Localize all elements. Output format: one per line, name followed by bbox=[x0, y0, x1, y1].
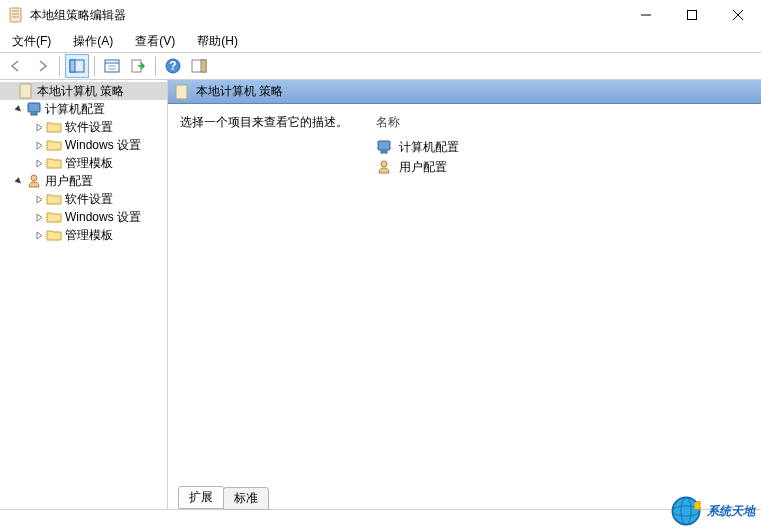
column-header-name[interactable]: 名称 bbox=[376, 114, 749, 131]
maximize-button[interactable] bbox=[669, 0, 715, 30]
detail-title: 本地计算机 策略 bbox=[196, 83, 283, 100]
svg-rect-5 bbox=[688, 11, 697, 20]
computer-icon bbox=[26, 101, 42, 117]
description-area: 选择一个项目来查看它的描述。 bbox=[180, 114, 376, 477]
tree-root[interactable]: 本地计算机 策略 bbox=[0, 82, 167, 100]
folder-icon bbox=[46, 227, 62, 243]
tree-label: 用户配置 bbox=[45, 173, 93, 190]
folder-icon bbox=[46, 119, 62, 135]
svg-rect-25 bbox=[381, 151, 387, 153]
menu-file[interactable]: 文件(F) bbox=[8, 31, 55, 52]
title-bar: 本地组策略编辑器 bbox=[0, 0, 761, 30]
close-button[interactable] bbox=[715, 0, 761, 30]
tree-computer-software[interactable]: 软件设置 bbox=[0, 118, 167, 136]
app-icon bbox=[8, 7, 24, 23]
detail-header: 本地计算机 策略 bbox=[168, 80, 761, 104]
detail-body: 选择一个项目来查看它的描述。 名称 计算机配置 用户配置 bbox=[168, 104, 761, 487]
folder-icon bbox=[46, 191, 62, 207]
svg-rect-0 bbox=[10, 8, 21, 22]
content-area: 本地计算机 策略 计算机配置 软件设置 Windows 设置 管理模板 用户配置 bbox=[0, 80, 761, 510]
show-hide-action-pane-button[interactable] bbox=[187, 54, 211, 78]
tree-label: 计算机配置 bbox=[45, 101, 105, 118]
tree-computer-windows[interactable]: Windows 设置 bbox=[0, 136, 167, 154]
description-hint: 选择一个项目来查看它的描述。 bbox=[180, 115, 348, 129]
toolbar-separator bbox=[59, 56, 60, 76]
svg-point-22 bbox=[31, 175, 37, 181]
svg-point-26 bbox=[381, 161, 387, 167]
forward-button bbox=[30, 54, 54, 78]
expand-icon[interactable] bbox=[32, 123, 46, 132]
svg-rect-24 bbox=[378, 141, 390, 150]
detail-pane: 本地计算机 策略 选择一个项目来查看它的描述。 名称 计算机配置 用户配置 扩展… bbox=[168, 80, 761, 509]
list-item-computer-config[interactable]: 计算机配置 bbox=[376, 137, 749, 157]
tree-label: 本地计算机 策略 bbox=[37, 83, 124, 100]
tree-pane[interactable]: 本地计算机 策略 计算机配置 软件设置 Windows 设置 管理模板 用户配置 bbox=[0, 80, 168, 509]
menu-view[interactable]: 查看(V) bbox=[131, 31, 179, 52]
toolbar: ? bbox=[0, 52, 761, 80]
user-icon bbox=[26, 173, 42, 189]
expand-icon[interactable] bbox=[32, 195, 46, 204]
tree-label: Windows 设置 bbox=[65, 137, 141, 154]
tree-user-config[interactable]: 用户配置 bbox=[0, 172, 167, 190]
tab-standard[interactable]: 标准 bbox=[223, 487, 269, 510]
window-title: 本地组策略编辑器 bbox=[30, 7, 623, 24]
tree-computer-admin[interactable]: 管理模板 bbox=[0, 154, 167, 172]
collapse-icon[interactable] bbox=[12, 105, 26, 114]
tree-label: 管理模板 bbox=[65, 227, 113, 244]
computer-icon bbox=[376, 139, 392, 155]
list-item-label: 计算机配置 bbox=[399, 139, 459, 156]
svg-rect-21 bbox=[31, 113, 37, 115]
tree-label: 软件设置 bbox=[65, 119, 113, 136]
help-button[interactable]: ? bbox=[161, 54, 185, 78]
tree-label: 软件设置 bbox=[65, 191, 113, 208]
list-item-user-config[interactable]: 用户配置 bbox=[376, 157, 749, 177]
svg-rect-23 bbox=[176, 85, 187, 99]
toolbar-separator bbox=[94, 56, 95, 76]
svg-rect-20 bbox=[28, 103, 40, 112]
list-item-label: 用户配置 bbox=[399, 159, 447, 176]
tree-label: 管理模板 bbox=[65, 155, 113, 172]
toolbar-separator bbox=[155, 56, 156, 76]
tree-user-windows[interactable]: Windows 设置 bbox=[0, 208, 167, 226]
menu-action[interactable]: 操作(A) bbox=[69, 31, 117, 52]
watermark: 系统天地 bbox=[669, 494, 755, 528]
show-hide-tree-button[interactable] bbox=[65, 54, 89, 78]
collapse-icon[interactable] bbox=[12, 177, 26, 186]
expand-icon[interactable] bbox=[32, 231, 46, 240]
svg-text:?: ? bbox=[169, 59, 176, 73]
minimize-button[interactable] bbox=[623, 0, 669, 30]
svg-rect-19 bbox=[20, 84, 31, 98]
expand-icon[interactable] bbox=[32, 213, 46, 222]
menu-bar: 文件(F) 操作(A) 查看(V) 帮助(H) bbox=[0, 30, 761, 52]
policy-icon bbox=[18, 83, 34, 99]
folder-icon bbox=[46, 209, 62, 225]
policy-icon bbox=[174, 84, 190, 100]
menu-help[interactable]: 帮助(H) bbox=[193, 31, 242, 52]
tree-computer-config[interactable]: 计算机配置 bbox=[0, 100, 167, 118]
tab-extended[interactable]: 扩展 bbox=[178, 486, 224, 509]
window-controls bbox=[623, 0, 761, 30]
watermark-text: 系统天地 bbox=[707, 503, 755, 520]
tree-user-software[interactable]: 软件设置 bbox=[0, 190, 167, 208]
expand-icon[interactable] bbox=[32, 141, 46, 150]
list-area: 名称 计算机配置 用户配置 bbox=[376, 114, 749, 477]
globe-icon bbox=[669, 494, 703, 528]
folder-icon bbox=[46, 137, 62, 153]
tree-label: Windows 设置 bbox=[65, 209, 141, 226]
svg-rect-9 bbox=[70, 60, 75, 72]
export-button[interactable] bbox=[126, 54, 150, 78]
expand-icon[interactable] bbox=[32, 159, 46, 168]
folder-icon bbox=[46, 155, 62, 171]
back-button bbox=[4, 54, 28, 78]
svg-point-27 bbox=[672, 497, 699, 524]
properties-button[interactable] bbox=[100, 54, 124, 78]
user-icon bbox=[376, 159, 392, 175]
tree-user-admin[interactable]: 管理模板 bbox=[0, 226, 167, 244]
svg-rect-18 bbox=[201, 60, 206, 72]
